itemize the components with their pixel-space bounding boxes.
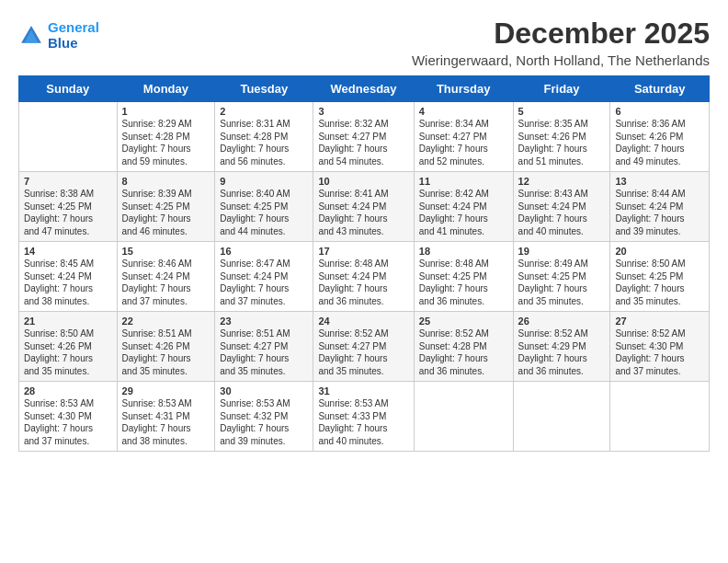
calendar-cell: 5Sunrise: 8:35 AMSunset: 4:26 PMDaylight… — [513, 102, 610, 172]
day-info: Sunrise: 8:46 AMSunset: 4:24 PMDaylight:… — [122, 258, 210, 307]
week-row-3: 14Sunrise: 8:45 AMSunset: 4:24 PMDayligh… — [19, 242, 710, 312]
logo-blue: Blue — [48, 35, 78, 51]
day-number: 12 — [518, 176, 606, 187]
calendar-cell — [610, 382, 710, 452]
calendar-header: SundayMondayTuesdayWednesdayThursdayFrid… — [19, 76, 710, 102]
day-number: 15 — [122, 246, 210, 257]
day-number: 10 — [318, 176, 408, 187]
header: General Blue December 2025 Wieringerwaar… — [18, 17, 710, 68]
day-number: 22 — [122, 316, 210, 327]
main-title: December 2025 — [412, 17, 710, 51]
day-number: 5 — [518, 106, 606, 117]
day-number: 8 — [122, 176, 210, 187]
day-info: Sunrise: 8:52 AMSunset: 4:28 PMDaylight:… — [419, 327, 508, 377]
day-info: Sunrise: 8:53 AMSunset: 4:33 PMDaylight:… — [318, 397, 408, 447]
day-number: 21 — [24, 316, 112, 327]
week-row-4: 21Sunrise: 8:50 AMSunset: 4:26 PMDayligh… — [19, 312, 710, 382]
header-row: SundayMondayTuesdayWednesdayThursdayFrid… — [19, 76, 710, 102]
logo-general: General — [48, 19, 99, 35]
day-info: Sunrise: 8:47 AMSunset: 4:24 PMDaylight:… — [220, 258, 308, 307]
day-info: Sunrise: 8:32 AMSunset: 4:27 PMDaylight:… — [318, 118, 408, 167]
calendar-cell: 12Sunrise: 8:43 AMSunset: 4:24 PMDayligh… — [513, 172, 610, 242]
day-number: 24 — [318, 316, 408, 327]
day-info: Sunrise: 8:39 AMSunset: 4:25 PMDaylight:… — [122, 188, 210, 237]
calendar-table: SundayMondayTuesdayWednesdayThursdayFrid… — [18, 75, 710, 452]
day-info: Sunrise: 8:48 AMSunset: 4:24 PMDaylight:… — [318, 258, 408, 307]
day-info: Sunrise: 8:49 AMSunset: 4:25 PMDaylight:… — [518, 258, 606, 307]
day-info: Sunrise: 8:53 AMSunset: 4:31 PMDaylight:… — [122, 397, 210, 447]
calendar-cell: 6Sunrise: 8:36 AMSunset: 4:26 PMDaylight… — [610, 102, 710, 172]
day-info: Sunrise: 8:41 AMSunset: 4:24 PMDaylight:… — [318, 188, 408, 237]
day-info: Sunrise: 8:50 AMSunset: 4:26 PMDaylight:… — [24, 327, 112, 377]
day-number: 31 — [318, 385, 408, 396]
calendar-cell: 20Sunrise: 8:50 AMSunset: 4:25 PMDayligh… — [610, 242, 710, 312]
day-info: Sunrise: 8:38 AMSunset: 4:25 PMDaylight:… — [24, 188, 112, 237]
week-row-5: 28Sunrise: 8:53 AMSunset: 4:30 PMDayligh… — [19, 382, 710, 452]
calendar-cell: 17Sunrise: 8:48 AMSunset: 4:24 PMDayligh… — [313, 242, 414, 312]
title-block: December 2025 Wieringerwaard, North Holl… — [412, 17, 710, 68]
day-number: 6 — [615, 106, 704, 117]
day-number: 23 — [220, 316, 308, 327]
subtitle: Wieringerwaard, North Holland, The Nethe… — [412, 52, 710, 68]
calendar-cell: 16Sunrise: 8:47 AMSunset: 4:24 PMDayligh… — [215, 242, 313, 312]
calendar-cell: 23Sunrise: 8:51 AMSunset: 4:27 PMDayligh… — [215, 312, 313, 382]
calendar-cell: 1Sunrise: 8:29 AMSunset: 4:28 PMDaylight… — [117, 102, 215, 172]
header-cell-thursday: Thursday — [414, 76, 513, 102]
day-info: Sunrise: 8:44 AMSunset: 4:24 PMDaylight:… — [615, 188, 704, 237]
day-number: 2 — [220, 106, 308, 117]
calendar-cell: 29Sunrise: 8:53 AMSunset: 4:31 PMDayligh… — [117, 382, 215, 452]
day-number: 27 — [615, 316, 704, 327]
day-number: 26 — [518, 316, 606, 327]
day-info: Sunrise: 8:52 AMSunset: 4:29 PMDaylight:… — [518, 327, 606, 377]
day-info: Sunrise: 8:40 AMSunset: 4:25 PMDaylight:… — [220, 188, 308, 237]
header-cell-saturday: Saturday — [610, 76, 710, 102]
calendar-cell: 15Sunrise: 8:46 AMSunset: 4:24 PMDayligh… — [117, 242, 215, 312]
header-cell-wednesday: Wednesday — [313, 76, 414, 102]
calendar-cell: 21Sunrise: 8:50 AMSunset: 4:26 PMDayligh… — [19, 312, 118, 382]
day-number: 14 — [24, 246, 112, 257]
day-info: Sunrise: 8:52 AMSunset: 4:30 PMDaylight:… — [615, 327, 704, 377]
page: General Blue December 2025 Wieringerwaar… — [0, 0, 728, 461]
day-number: 7 — [24, 176, 112, 187]
day-number: 16 — [220, 246, 308, 257]
calendar-cell: 14Sunrise: 8:45 AMSunset: 4:24 PMDayligh… — [19, 242, 118, 312]
day-info: Sunrise: 8:53 AMSunset: 4:32 PMDaylight:… — [220, 397, 308, 447]
logo-icon — [18, 23, 44, 49]
header-cell-friday: Friday — [513, 76, 610, 102]
week-row-1: 1Sunrise: 8:29 AMSunset: 4:28 PMDaylight… — [19, 102, 710, 172]
day-number: 19 — [518, 246, 606, 257]
calendar-cell: 24Sunrise: 8:52 AMSunset: 4:27 PMDayligh… — [313, 312, 414, 382]
calendar-cell: 18Sunrise: 8:48 AMSunset: 4:25 PMDayligh… — [414, 242, 513, 312]
calendar-cell: 22Sunrise: 8:51 AMSunset: 4:26 PMDayligh… — [117, 312, 215, 382]
day-info: Sunrise: 8:52 AMSunset: 4:27 PMDaylight:… — [318, 327, 408, 377]
day-number: 13 — [615, 176, 704, 187]
day-info: Sunrise: 8:29 AMSunset: 4:28 PMDaylight:… — [122, 118, 210, 167]
header-cell-tuesday: Tuesday — [215, 76, 313, 102]
day-info: Sunrise: 8:45 AMSunset: 4:24 PMDaylight:… — [24, 258, 112, 307]
logo: General Blue — [18, 20, 99, 51]
day-info: Sunrise: 8:43 AMSunset: 4:24 PMDaylight:… — [518, 188, 606, 237]
calendar-cell — [19, 102, 118, 172]
day-number: 9 — [220, 176, 308, 187]
calendar-cell: 8Sunrise: 8:39 AMSunset: 4:25 PMDaylight… — [117, 172, 215, 242]
day-number: 28 — [24, 385, 112, 396]
calendar-cell: 31Sunrise: 8:53 AMSunset: 4:33 PMDayligh… — [313, 382, 414, 452]
calendar-cell: 9Sunrise: 8:40 AMSunset: 4:25 PMDaylight… — [215, 172, 313, 242]
header-cell-monday: Monday — [117, 76, 215, 102]
day-number: 29 — [122, 385, 210, 396]
calendar-cell: 26Sunrise: 8:52 AMSunset: 4:29 PMDayligh… — [513, 312, 610, 382]
calendar-cell: 30Sunrise: 8:53 AMSunset: 4:32 PMDayligh… — [215, 382, 313, 452]
calendar-cell — [513, 382, 610, 452]
day-info: Sunrise: 8:51 AMSunset: 4:27 PMDaylight:… — [220, 327, 308, 377]
calendar-cell: 19Sunrise: 8:49 AMSunset: 4:25 PMDayligh… — [513, 242, 610, 312]
day-number: 1 — [122, 106, 210, 117]
calendar-cell: 25Sunrise: 8:52 AMSunset: 4:28 PMDayligh… — [414, 312, 513, 382]
calendar-cell: 4Sunrise: 8:34 AMSunset: 4:27 PMDaylight… — [414, 102, 513, 172]
day-number: 20 — [615, 246, 704, 257]
day-info: Sunrise: 8:48 AMSunset: 4:25 PMDaylight:… — [419, 258, 508, 307]
day-info: Sunrise: 8:31 AMSunset: 4:28 PMDaylight:… — [220, 118, 308, 167]
calendar-cell: 11Sunrise: 8:42 AMSunset: 4:24 PMDayligh… — [414, 172, 513, 242]
logo-text: General Blue — [48, 20, 99, 51]
day-info: Sunrise: 8:50 AMSunset: 4:25 PMDaylight:… — [615, 258, 704, 307]
day-info: Sunrise: 8:42 AMSunset: 4:24 PMDaylight:… — [419, 188, 508, 237]
